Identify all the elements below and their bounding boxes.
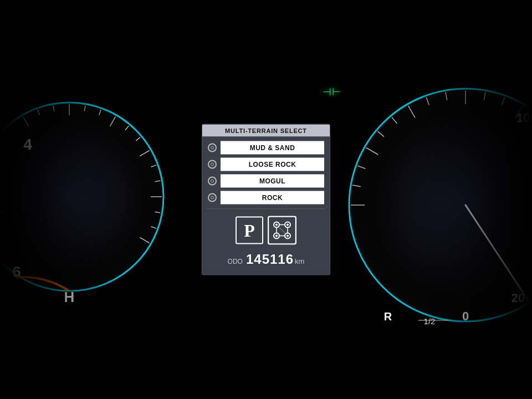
indicator-light: ⊣⊢ (323, 86, 341, 98)
fuel-label: 1/2 (424, 316, 436, 326)
radio-rock (208, 193, 217, 202)
menu-list: MUD & SAND LOOSE ROCK MOGUL (202, 137, 330, 209)
right-gauge: 100 80 60 40 20 0 12 km/h R 1/2 (338, 72, 532, 338)
odometer: ODO 145116 km (228, 252, 305, 267)
status-icons: P (236, 216, 296, 245)
gauge-num-5: 5 (0, 202, 3, 219)
radio-mud-sand (208, 144, 217, 152)
odometer-unit: km (295, 257, 304, 265)
park-icon: P (236, 217, 263, 244)
menu-item-mogul: MOGUL (208, 175, 324, 188)
display-title: MULTI-TERRAIN SELECT (202, 125, 330, 137)
odometer-prefix: ODO (228, 258, 243, 265)
svg-point-42 (275, 224, 278, 226)
menu-item-loose-rock: LOOSE ROCK (208, 158, 324, 171)
svg-point-0 (0, 103, 163, 291)
svg-line-50 (279, 228, 285, 233)
menu-item-mud-sand: MUD & SAND (208, 141, 324, 155)
svg-point-17 (349, 89, 532, 321)
speed-num-100: 100 (516, 111, 532, 125)
label-mud-sand: MUD & SAND (221, 141, 324, 155)
svg-point-43 (287, 224, 289, 226)
speed-num-0: 0 (462, 309, 469, 323)
radio-loose-rock (208, 160, 217, 169)
gauge-num-H: H (64, 289, 75, 305)
gear-R: R (384, 310, 392, 323)
radio-mogul (208, 177, 217, 186)
label-mogul: MOGUL (221, 175, 324, 188)
terrain-mode-icon (268, 216, 296, 245)
svg-point-44 (275, 235, 278, 237)
label-loose-rock: LOOSE ROCK (221, 158, 324, 171)
label-rock: ROCK (221, 191, 324, 204)
menu-item-rock: ROCK (208, 191, 324, 204)
mfd-display: MULTI-TERRAIN SELECT MUD & SAND LOOSE RO… (202, 124, 330, 275)
left-gauge: 4 5 6 H (0, 89, 166, 305)
gauge-num-4: 4 (23, 136, 32, 153)
odometer-value: 145116 (246, 252, 294, 267)
bottom-section: P (202, 209, 330, 275)
svg-point-45 (287, 235, 289, 237)
